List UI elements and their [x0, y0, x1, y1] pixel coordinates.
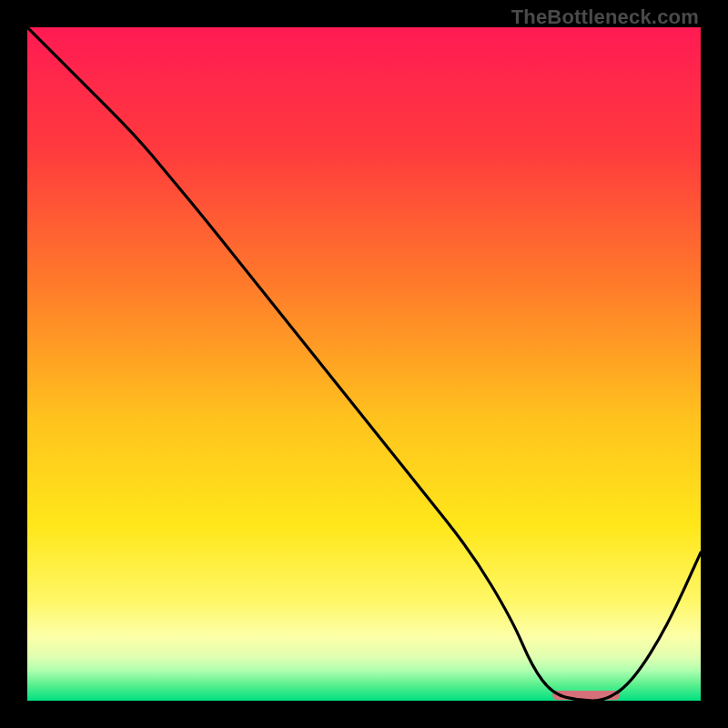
- chart-frame: [27, 27, 701, 701]
- watermark-text: TheBottleneck.com: [511, 5, 699, 29]
- bottleneck-chart: [27, 27, 701, 701]
